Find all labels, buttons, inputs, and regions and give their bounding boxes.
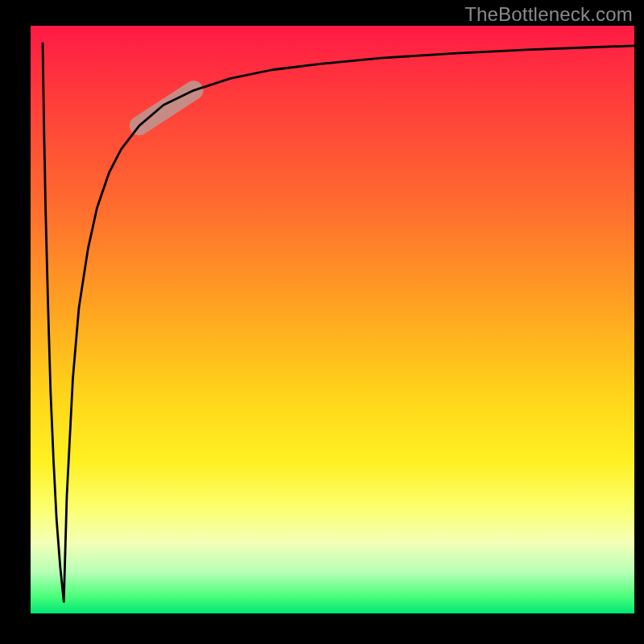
curve-layer	[31, 26, 634, 613]
frame-bottom	[0, 613, 644, 644]
chart-stage: TheBottleneck.com	[0, 0, 644, 644]
frame-right	[634, 0, 644, 644]
watermark-text: TheBottleneck.com	[464, 3, 633, 26]
frame-left	[0, 0, 31, 644]
highlight-segment	[139, 90, 194, 126]
plot-area	[31, 26, 634, 613]
